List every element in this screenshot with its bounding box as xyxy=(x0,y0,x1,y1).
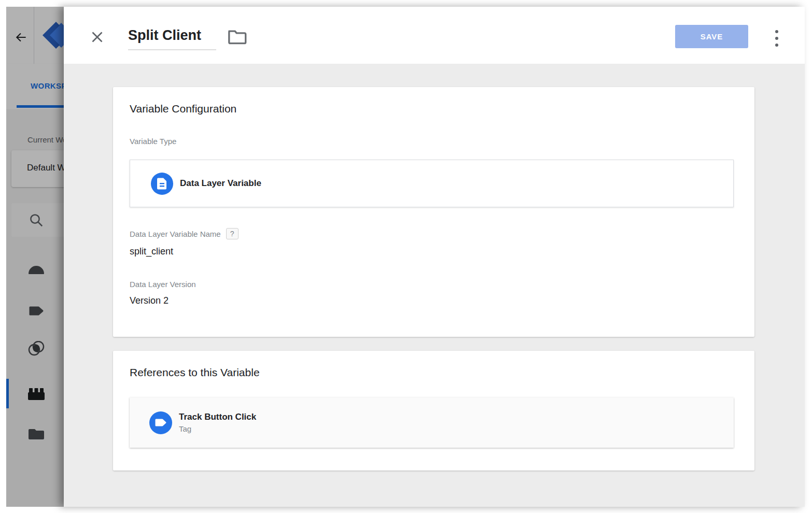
card-title: Variable Configuration xyxy=(130,103,738,115)
more-options-kebab-icon[interactable] xyxy=(771,29,783,48)
variable-editor-panel: Split Client SAVE Variable Configuration… xyxy=(64,7,805,507)
dlv-name-label: Data Layer Variable Name xyxy=(130,230,221,238)
move-to-folder-icon[interactable] xyxy=(227,28,247,47)
variable-type-name: Data Layer Variable xyxy=(180,178,261,189)
dlv-version-label: Data Layer Version xyxy=(130,280,738,289)
close-icon[interactable] xyxy=(90,30,104,45)
card-title: References to this Variable xyxy=(130,366,738,379)
data-layer-document-icon xyxy=(151,173,173,195)
variable-type-label: Variable Type xyxy=(130,137,738,146)
dlv-version-value: Version 2 xyxy=(130,295,738,306)
title-underline xyxy=(128,49,216,50)
reference-type: Tag xyxy=(179,424,256,433)
references-card: References to this Variable Track Button… xyxy=(113,351,754,471)
reference-item-row[interactable]: Track Button Click Tag xyxy=(130,397,734,448)
variable-name-field[interactable]: Split Client xyxy=(128,27,216,43)
save-button[interactable]: SAVE xyxy=(675,25,748,48)
dlv-name-value: split_client xyxy=(130,246,738,257)
tag-label-icon xyxy=(149,411,172,434)
help-icon[interactable]: ? xyxy=(226,228,239,239)
workspace-sidebar: WORKSPACE Current Workspace Default Work… xyxy=(6,7,64,507)
reference-title: Track Button Click xyxy=(179,412,256,422)
editor-header: Split Client SAVE xyxy=(64,7,805,64)
variable-configuration-card: Variable Configuration Variable Type Dat… xyxy=(113,87,754,337)
gtm-app-window: WORKSPACE Current Workspace Default Work… xyxy=(6,7,805,507)
modal-scrim xyxy=(6,7,64,507)
editor-content: Variable Configuration Variable Type Dat… xyxy=(64,64,805,507)
variable-type-selector[interactable]: Data Layer Variable xyxy=(130,160,734,207)
